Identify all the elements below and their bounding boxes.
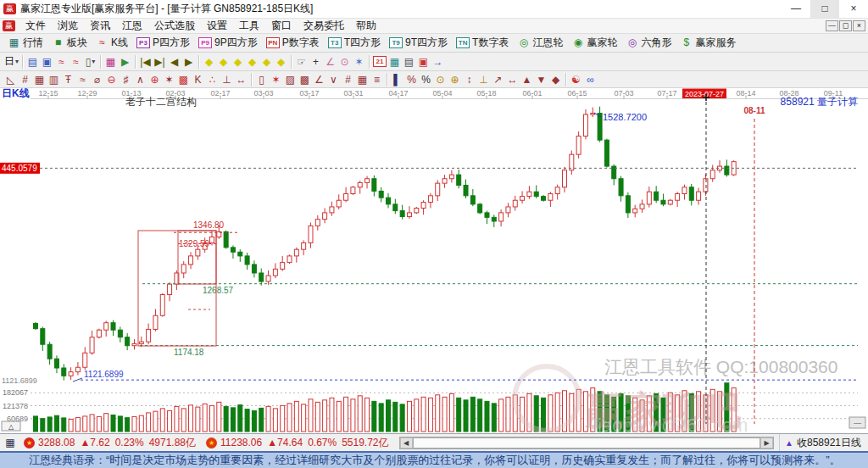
- square-grid-icon[interactable]: #: [341, 72, 355, 86]
- pattern-tool-icon[interactable]: ✶: [352, 54, 366, 69]
- menu-交易委托[interactable]: 交易委托: [298, 19, 350, 33]
- gann-box-icon[interactable]: ▦: [32, 72, 47, 86]
- close-series-panel[interactable]: ▲ 收858921日线: [779, 434, 868, 451]
- t-square-button[interactable]: T3T四方形: [324, 36, 385, 51]
- vertical-ruler-icon[interactable]: ⊥: [220, 72, 234, 86]
- spiral-tool-icon[interactable]: ⌀: [90, 72, 104, 86]
- prev-bar-icon[interactable]: ◀: [167, 54, 181, 69]
- diamond-marker-icon[interactable]: ◆: [548, 72, 563, 86]
- candle-style-dropdown[interactable]: ▯▾: [83, 54, 97, 69]
- target-circle-icon[interactable]: ⊕: [147, 72, 162, 86]
- matrix-grid-icon[interactable]: ▦: [355, 72, 370, 86]
- window-layout-icon[interactable]: ▤: [25, 54, 40, 69]
- maximize-button[interactable]: □: [810, 0, 839, 18]
- gann-grid-icon[interactable]: #: [18, 72, 32, 86]
- collapse-volume-button[interactable]: △: [2, 421, 20, 431]
- wave-tool-icon[interactable]: ≈: [75, 72, 90, 86]
- star-ray-icon[interactable]: ✶: [162, 72, 176, 86]
- channel-tool-icon[interactable]: ▯: [254, 72, 269, 86]
- diamond-pan-left-icon[interactable]: ◆: [202, 54, 216, 69]
- p-number-table-button[interactable]: PNP数字表: [262, 36, 324, 51]
- winner-service-button[interactable]: $赢家服务: [676, 36, 740, 51]
- t-number-table-button[interactable]: TNT数字表: [452, 36, 513, 51]
- draw-pencil-icon[interactable]: ◺: [3, 72, 18, 86]
- shaded-box-icon[interactable]: ▩: [176, 72, 191, 86]
- down-marker-icon[interactable]: ▼: [534, 72, 548, 86]
- menu-资讯[interactable]: 资讯: [84, 19, 116, 33]
- lattice-tool-icon[interactable]: ♯: [119, 72, 133, 86]
- last-bar-icon[interactable]: ▶|: [153, 54, 167, 69]
- first-bar-icon[interactable]: |◀: [138, 54, 153, 69]
- angle-tool-icon[interactable]: ∠: [323, 54, 337, 69]
- mdi-minimize-button[interactable]: —: [826, 20, 838, 31]
- infinity-icon[interactable]: ∞: [583, 72, 598, 86]
- hatch-box-icon[interactable]: ▨: [283, 72, 298, 86]
- p-square-button[interactable]: P3P四方形: [132, 36, 194, 51]
- horizontal-ruler-icon[interactable]: ↔: [234, 72, 248, 86]
- percent-alt-icon[interactable]: %: [419, 72, 433, 86]
- report-icon[interactable]: ▣: [40, 54, 54, 69]
- multi-line-icon[interactable]: ≡: [370, 72, 384, 86]
- three-point-icon[interactable]: ∴: [205, 72, 220, 86]
- grid-chart-icon[interactable]: ▦: [103, 54, 118, 69]
- calendar-icon[interactable]: 21: [372, 54, 387, 69]
- golden-vertical-icon[interactable]: ⊥: [476, 72, 491, 86]
- diamond-pan-right-icon[interactable]: ◆: [216, 54, 231, 69]
- gann-fan-icon[interactable]: ✶: [269, 72, 283, 86]
- time-span-icon[interactable]: ↔: [505, 72, 520, 86]
- indicator-flag-icon[interactable]: ▶: [118, 54, 132, 69]
- next-bar-icon[interactable]: ▶: [181, 54, 196, 69]
- menu-工具[interactable]: 工具: [233, 19, 265, 33]
- hexagon-button[interactable]: ◎六角形: [621, 36, 676, 51]
- golden-circle-icon[interactable]: ⊙: [433, 72, 448, 86]
- yin-yang-icon[interactable]: ☯: [569, 72, 583, 86]
- menu-公式选股[interactable]: 公式选股: [148, 19, 201, 33]
- scroll-thumb[interactable]: [413, 437, 761, 448]
- price-span-icon[interactable]: ↕: [462, 72, 476, 86]
- diamond-expand-all-icon[interactable]: ◆: [274, 54, 288, 69]
- menu-窗口[interactable]: 窗口: [265, 19, 298, 33]
- notebook-icon[interactable]: ▤: [402, 54, 416, 69]
- period-day-dropdown[interactable]: 日▾: [3, 54, 19, 69]
- mini-kline-alt-icon[interactable]: ≈: [69, 54, 83, 69]
- kline-button[interactable]: ≈K线: [92, 36, 132, 51]
- menu-文件[interactable]: 文件: [19, 19, 52, 33]
- trend-line-icon[interactable]: ↗: [491, 72, 505, 86]
- menu-浏览[interactable]: 浏览: [52, 19, 84, 33]
- mdi-close-button[interactable]: ×: [853, 20, 865, 31]
- k-marker-icon[interactable]: K: [191, 72, 205, 86]
- cycle-tool-icon[interactable]: ⊖: [104, 72, 119, 86]
- minimize-pane-button[interactable]: —: [849, 417, 865, 428]
- price-grid-icon[interactable]: ▥: [47, 72, 61, 86]
- 9p-square-button[interactable]: P99P四方形: [194, 36, 262, 51]
- export-icon[interactable]: →: [431, 54, 445, 69]
- diamond-compress-h-icon[interactable]: ◆: [245, 54, 259, 69]
- quote-grid-icon[interactable]: ▦: [2, 437, 19, 448]
- menu-设置[interactable]: 设置: [201, 19, 233, 33]
- diamond-expand-h-icon[interactable]: ◆: [231, 54, 245, 69]
- hand-tool-icon[interactable]: ☞: [294, 54, 309, 69]
- angle-line-icon[interactable]: ∠: [312, 72, 326, 86]
- percent-retrace-icon[interactable]: %: [404, 72, 419, 86]
- save-icon[interactable]: ▣: [416, 54, 431, 69]
- golden-section-icon[interactable]: ⊕: [448, 72, 462, 86]
- 9t-square-button[interactable]: T99T四方形: [385, 36, 452, 51]
- gann-wheel-button[interactable]: ◎江恩轮: [513, 36, 567, 51]
- mini-kline-icon[interactable]: ≈: [54, 54, 69, 69]
- fill-box-icon[interactable]: ▩: [298, 72, 312, 86]
- mdi-restore-button[interactable]: ◻: [839, 20, 852, 31]
- scroll-left-button[interactable]: ◀: [400, 437, 413, 448]
- sectors-button[interactable]: ■板块: [47, 36, 92, 51]
- kline-chart-canvas[interactable]: 12-1512-2901-1302-0302-1703-0303-1703-31…: [0, 88, 868, 433]
- pitchfork-icon[interactable]: ∧: [133, 72, 147, 86]
- vee-line-icon[interactable]: ∨: [326, 72, 341, 86]
- winner-wheel-button[interactable]: ◉赢家轮: [567, 36, 621, 51]
- scroll-right-button[interactable]: ▶: [760, 437, 773, 448]
- volume-profile-icon[interactable]: ▌: [390, 72, 404, 86]
- crosshair-tool-icon[interactable]: +: [309, 54, 323, 69]
- diamond-expand-v-icon[interactable]: ◆: [259, 54, 274, 69]
- close-button[interactable]: ×: [839, 0, 868, 18]
- up-marker-icon[interactable]: ▲: [520, 72, 534, 86]
- chart-horizontal-scrollbar[interactable]: ◀ ▶: [399, 437, 775, 449]
- time-ruler-icon[interactable]: Ŧ: [61, 72, 75, 86]
